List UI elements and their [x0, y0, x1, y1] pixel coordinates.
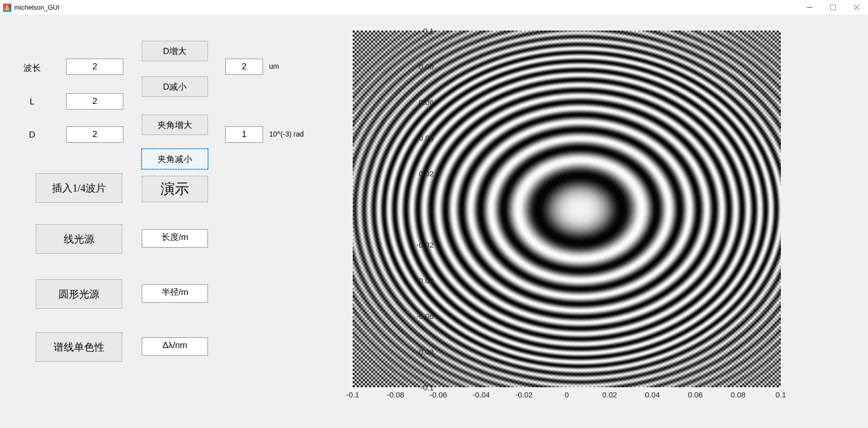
angle-increase-button[interactable]: 夹角增大 [142, 115, 208, 135]
line-length-input[interactable]: 长度/m [142, 229, 208, 248]
y-tick: 0.06 [403, 98, 434, 106]
svg-rect-0 [830, 5, 835, 10]
wavelength-label: 波长 [17, 62, 47, 74]
delta-lambda-input[interactable]: Δλ/nm [142, 337, 208, 356]
D-label: D [17, 130, 47, 140]
demo-button[interactable]: 演示 [142, 176, 208, 202]
D-input[interactable]: 2 [66, 126, 123, 143]
title-bar: michelson_GUI [0, 0, 868, 15]
maximize-button[interactable] [821, 0, 845, 15]
x-tick: -0.08 [387, 390, 404, 399]
quarter-wave-button[interactable]: 插入1/4波片 [36, 173, 122, 203]
angle-step-input[interactable]: 1 [225, 126, 263, 143]
x-tick: -0.02 [515, 390, 533, 399]
y-tick: 0.08 [403, 62, 434, 71]
x-tick: -0.1 [346, 390, 359, 399]
axes [353, 31, 781, 397]
client-area: 波长 2 L 2 D 2 D增大 D减小 夹角增大 夹角减小 演示 2 um 1… [0, 15, 868, 428]
x-tick: 0.04 [645, 390, 660, 399]
y-tick: 0.04 [403, 133, 434, 142]
y-tick: 0.02 [403, 169, 434, 178]
line-source-button[interactable]: 线光源 [36, 224, 122, 254]
y-tick: 0 [403, 205, 434, 213]
circle-source-button[interactable]: 圆形光源 [36, 279, 122, 309]
um-label: um [269, 62, 279, 70]
angle-decrease-button[interactable]: 夹角减小 [142, 149, 208, 169]
x-tick: -0.04 [472, 390, 490, 399]
close-button[interactable] [845, 0, 868, 15]
D-step-input[interactable]: 2 [225, 59, 263, 75]
D-increase-button[interactable]: D增大 [142, 41, 208, 61]
y-tick: -0.08 [403, 347, 434, 356]
y-tick: -0.06 [403, 312, 434, 320]
x-tick: -0.06 [430, 390, 447, 399]
matlab-icon [3, 4, 11, 12]
y-tick: -0.02 [403, 240, 434, 249]
circle-radius-input[interactable]: 半径/m [142, 284, 208, 303]
x-tick: 0.06 [688, 390, 702, 399]
rad-label: 10^(-3) rad [269, 130, 304, 138]
monochrome-button[interactable]: 谱线单色性 [36, 332, 122, 362]
controls-panel: 波长 2 L 2 D 2 D增大 D减小 夹角增大 夹角减小 演示 2 um 1… [0, 15, 316, 428]
y-tick: 0.1 [403, 26, 434, 35]
x-tick: 0.1 [776, 390, 786, 399]
x-tick: 0.08 [730, 390, 745, 399]
L-input[interactable]: 2 [66, 93, 123, 110]
window-title: michelson_GUI [14, 4, 60, 11]
x-tick: 0 [565, 390, 569, 399]
x-tick: 0.02 [602, 390, 617, 399]
y-tick: -0.04 [403, 276, 434, 285]
D-decrease-button[interactable]: D减小 [142, 76, 208, 97]
L-label: L [17, 97, 47, 107]
minimize-button[interactable] [798, 0, 821, 15]
wavelength-input[interactable]: 2 [66, 59, 123, 75]
